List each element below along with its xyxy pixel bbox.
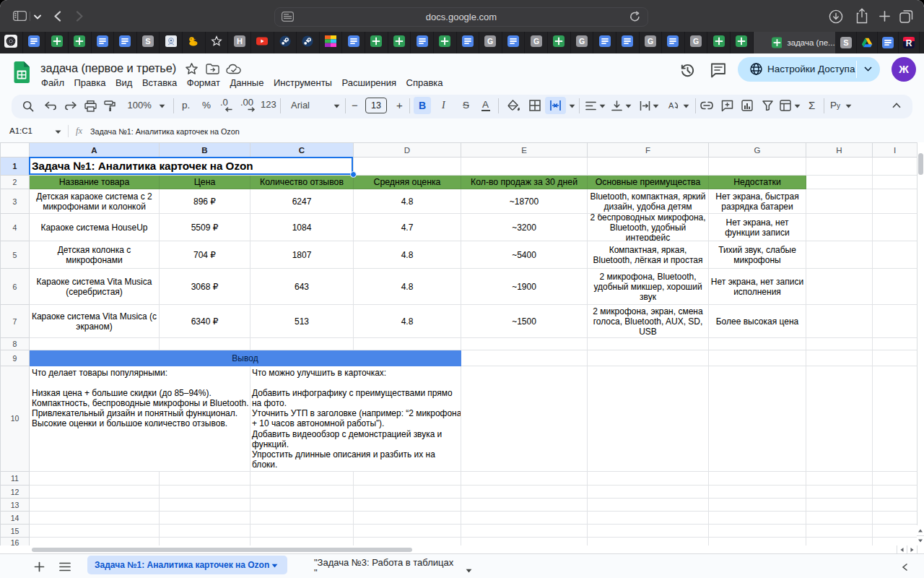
svg-text:A: A <box>668 101 674 110</box>
svg-text:G: G <box>648 37 653 46</box>
svg-text:H: H <box>237 37 243 46</box>
svg-text:G: G <box>693 37 699 46</box>
svg-text:G: G <box>533 37 539 46</box>
svg-text:R: R <box>906 38 912 48</box>
svg-text:S: S <box>145 37 150 46</box>
svg-text:G: G <box>487 37 493 46</box>
svg-text:G: G <box>579 37 585 46</box>
svg-text:S: S <box>843 38 848 47</box>
